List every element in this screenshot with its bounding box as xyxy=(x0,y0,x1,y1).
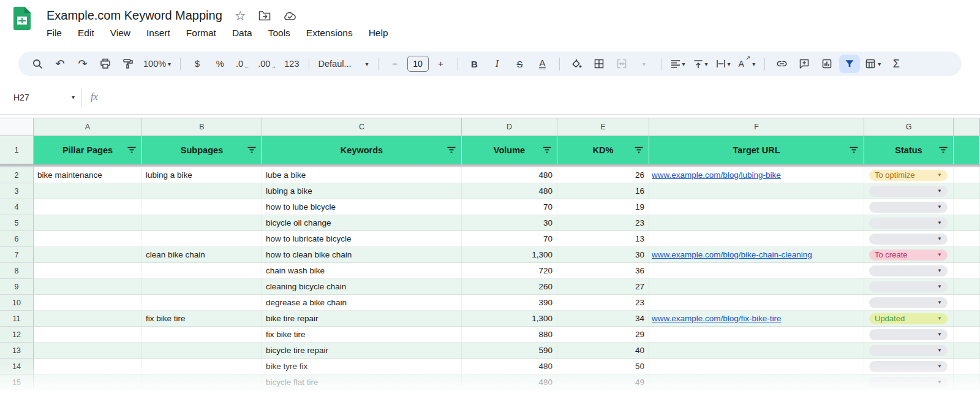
format-percent-button[interactable]: % xyxy=(209,55,230,73)
create-filter-button[interactable] xyxy=(839,55,860,73)
cell-target-url[interactable] xyxy=(649,343,864,359)
header-cell-subpages[interactable]: Subpages xyxy=(142,136,262,164)
redo-button[interactable]: ↷ xyxy=(72,55,93,73)
status-chip[interactable]: ▼ xyxy=(869,202,948,213)
cell-status[interactable]: ▼ xyxy=(864,327,954,343)
cell-keywords[interactable]: bicycle oil change xyxy=(262,215,462,231)
insert-table-button[interactable]: ▾ xyxy=(862,55,884,73)
menu-view[interactable]: View xyxy=(110,28,130,39)
cell-subpages[interactable] xyxy=(142,231,262,247)
cell-overflow[interactable] xyxy=(954,295,980,311)
sheets-logo-icon[interactable] xyxy=(13,7,31,30)
row-number[interactable]: 2 xyxy=(0,167,34,183)
decrease-decimals-button[interactable]: .0← xyxy=(232,55,253,73)
cell-overflow[interactable] xyxy=(954,215,980,231)
cell-target-url[interactable] xyxy=(649,359,864,375)
cell-target-url[interactable]: www.example.com/blog/fix-bike-tire xyxy=(649,311,864,327)
cell-subpages[interactable] xyxy=(142,279,262,295)
cell-subpages[interactable] xyxy=(142,215,262,231)
header-cell-target-url[interactable]: Target URL xyxy=(649,136,864,164)
cell-volume[interactable]: 260 xyxy=(462,279,557,295)
increase-decimals-button[interactable]: .00→ xyxy=(255,55,279,73)
cell-volume[interactable]: 30 xyxy=(462,215,557,231)
status-chip[interactable]: ▼ xyxy=(869,234,948,245)
search-button[interactable] xyxy=(27,55,48,73)
cell-kd[interactable]: 40 xyxy=(557,343,649,359)
functions-button[interactable]: Σ xyxy=(886,55,907,73)
cell-keywords[interactable]: degrease a bike chain xyxy=(262,295,462,311)
cell-keywords[interactable]: how to lube bicycle xyxy=(262,199,462,215)
menu-extensions[interactable]: Extensions xyxy=(306,28,353,39)
cell-target-url[interactable] xyxy=(649,327,864,343)
cell-status[interactable]: ▼ xyxy=(864,183,954,199)
row-number[interactable]: 1 xyxy=(0,136,34,164)
zoom-select[interactable]: 100%▾ xyxy=(140,55,174,73)
cell-kd[interactable]: 30 xyxy=(557,247,649,263)
cell-pillar-pages[interactable] xyxy=(34,199,142,215)
insert-comment-button[interactable] xyxy=(794,55,815,73)
row-number[interactable]: 11 xyxy=(0,311,34,327)
header-filter-icon[interactable] xyxy=(939,147,948,154)
cell-keywords[interactable]: bike tyre fix xyxy=(262,359,462,375)
cell-pillar-pages[interactable] xyxy=(34,295,142,311)
row-number[interactable]: 13 xyxy=(0,343,34,359)
cell-kd[interactable]: 36 xyxy=(557,263,649,279)
status-chip[interactable]: ▼ xyxy=(869,329,948,340)
cell-target-url[interactable] xyxy=(649,279,864,295)
menu-format[interactable]: Format xyxy=(186,28,216,39)
text-wrap-button[interactable]: ▾ xyxy=(713,55,734,73)
cell-subpages[interactable] xyxy=(142,199,262,215)
status-chip[interactable]: ▼ xyxy=(869,218,948,229)
cell-kd[interactable]: 16 xyxy=(557,183,649,199)
menu-tools[interactable]: Tools xyxy=(268,28,290,39)
paint-format-button[interactable] xyxy=(118,55,138,73)
status-chip[interactable]: ▼ xyxy=(869,361,948,372)
cell-volume[interactable]: 1,300 xyxy=(462,247,557,263)
header-cell-keywords[interactable]: Keywords xyxy=(262,136,462,164)
bold-button[interactable]: B xyxy=(464,55,485,73)
merge-cells-button[interactable] xyxy=(611,55,632,73)
cell-volume[interactable]: 480 xyxy=(462,359,557,375)
status-chip[interactable]: ▼ xyxy=(869,265,948,276)
row-number[interactable]: 5 xyxy=(0,215,34,231)
strikethrough-button[interactable]: S xyxy=(510,55,530,73)
cell-status[interactable]: ▼ xyxy=(864,343,954,359)
cell-target-url[interactable] xyxy=(649,199,864,215)
cell-kd[interactable]: 26 xyxy=(557,167,649,183)
undo-button[interactable]: ↶ xyxy=(50,55,70,73)
cell-kd[interactable]: 19 xyxy=(557,199,649,215)
cell-target-url[interactable] xyxy=(649,295,864,311)
status-chip[interactable]: ▼ xyxy=(869,186,948,197)
cell-subpages[interactable]: lubing a bike xyxy=(142,167,262,183)
cell-status[interactable]: ▼ xyxy=(864,199,954,215)
move-to-folder-icon[interactable] xyxy=(258,10,271,21)
cell-pillar-pages[interactable] xyxy=(34,279,142,295)
cell-overflow[interactable] xyxy=(954,247,980,263)
cell-status[interactable]: Updated ▼ xyxy=(864,311,954,327)
cell-kd[interactable]: 29 xyxy=(557,327,649,343)
row-number[interactable]: 10 xyxy=(0,295,34,311)
star-icon[interactable]: ☆ xyxy=(235,9,246,22)
cell-overflow[interactable] xyxy=(954,279,980,295)
cell-pillar-pages[interactable] xyxy=(34,343,142,359)
cell-pillar-pages[interactable]: bike maintenance xyxy=(34,167,142,183)
text-rotation-button[interactable]: A↗ ▾ xyxy=(736,55,759,73)
target-url-link[interactable]: www.example.com/blog/fix-bike-tire xyxy=(652,314,782,323)
cell-status[interactable]: ▼ xyxy=(864,295,954,311)
cell-status[interactable]: ▼ xyxy=(864,215,954,231)
cell-subpages[interactable]: fix bike tire xyxy=(142,311,262,327)
name-box[interactable]: H27 ▾ xyxy=(10,88,78,106)
header-cell-kd-[interactable]: KD% xyxy=(557,136,649,164)
cell-kd[interactable]: 50 xyxy=(557,359,649,375)
column-letter-d[interactable]: D xyxy=(462,118,557,136)
cell-volume[interactable]: 480 xyxy=(462,183,557,199)
cell-pillar-pages[interactable] xyxy=(34,375,142,390)
cell-overflow[interactable] xyxy=(954,167,980,183)
column-letter-a[interactable]: A xyxy=(34,118,142,136)
cell-subpages[interactable] xyxy=(142,263,262,279)
cell-status[interactable]: ▼ xyxy=(864,263,954,279)
cell-volume[interactable]: 880 xyxy=(462,327,557,343)
header-filter-icon[interactable] xyxy=(447,147,456,154)
decrease-font-size-button[interactable]: − xyxy=(385,55,405,73)
header-filter-icon[interactable] xyxy=(127,147,136,154)
